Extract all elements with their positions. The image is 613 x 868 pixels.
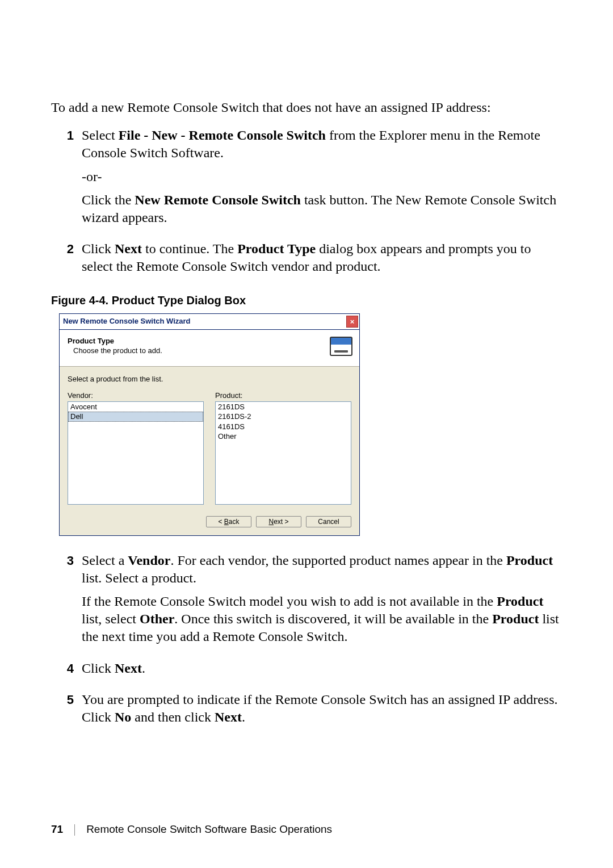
step-1-line-b: Click the New Remote Console Switch task… xyxy=(82,191,562,227)
product-option[interactable]: 4161DS xyxy=(216,422,351,432)
product-label: Product: xyxy=(215,391,351,400)
back-button[interactable]: < Back xyxy=(206,516,251,527)
step-1-or: -or- xyxy=(82,168,562,186)
vendor-label: Vendor: xyxy=(68,391,204,400)
close-icon[interactable]: × xyxy=(346,316,358,328)
dialog-title: New Remote Console Switch Wizard xyxy=(63,317,191,326)
vendor-option[interactable]: Avocent xyxy=(68,402,203,412)
intro-paragraph: To add a new Remote Console Switch that … xyxy=(51,99,562,116)
step-1-line-a: Select File - New - Remote Console Switc… xyxy=(82,127,562,162)
product-listbox[interactable]: 2161DS 2161DS-2 4161DS Other xyxy=(215,401,351,505)
product-option[interactable]: 2161DS xyxy=(216,402,351,412)
step-5-text: You are prompted to indicate if the Remo… xyxy=(82,691,562,726)
vendor-option[interactable]: Dell xyxy=(68,412,203,422)
step-number-4: 4 xyxy=(51,660,82,677)
page-number: 71 xyxy=(51,823,63,837)
next-button[interactable]: Next > xyxy=(256,516,301,527)
vendor-listbox[interactable]: Avocent Dell xyxy=(68,401,204,505)
dialog-header-title: Product Type xyxy=(68,337,324,346)
dialog-header-subtitle: Choose the product to add. xyxy=(68,346,324,355)
step-4-text: Click Next. xyxy=(82,660,562,677)
step-2-text: Click Next to continue. The Product Type… xyxy=(82,240,562,275)
step-number-1: 1 xyxy=(51,127,82,144)
page-footer: 71 Remote Console Switch Software Basic … xyxy=(51,823,332,837)
step-number-5: 5 xyxy=(51,691,82,708)
dialog-instruction: Select a product from the list. xyxy=(68,375,351,384)
chapter-title: Remote Console Switch Software Basic Ope… xyxy=(86,823,332,837)
product-option[interactable]: 2161DS-2 xyxy=(216,412,351,422)
step-3-line-b: If the Remote Console Switch model you w… xyxy=(82,593,562,646)
product-type-dialog: New Remote Console Switch Wizard × Produ… xyxy=(59,313,360,536)
step-number-3: 3 xyxy=(51,552,82,569)
product-option[interactable]: Other xyxy=(216,431,351,442)
figure-caption: Figure 4-4. Product Type Dialog Box xyxy=(51,293,562,308)
step-number-2: 2 xyxy=(51,240,82,258)
dialog-titlebar[interactable]: New Remote Console Switch Wizard × xyxy=(60,314,359,330)
step-3-line-a: Select a Vendor. For each vendor, the su… xyxy=(82,552,562,587)
cancel-button[interactable]: Cancel xyxy=(306,516,351,527)
footer-separator xyxy=(74,824,75,836)
monitor-icon xyxy=(330,337,352,356)
